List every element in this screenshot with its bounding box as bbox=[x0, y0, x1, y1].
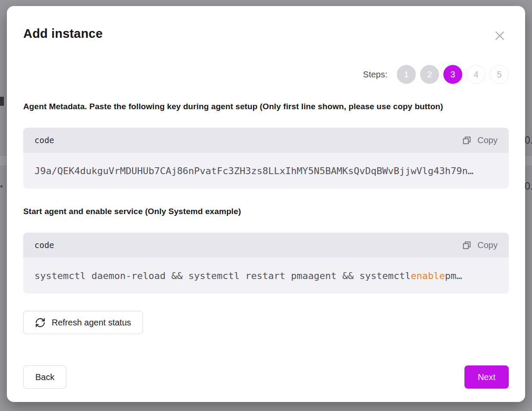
step-1: 1 bbox=[397, 65, 416, 84]
copy-button-label: Copy bbox=[477, 240, 498, 250]
modal-footer: Back Next bbox=[23, 365, 509, 389]
code-block-header: code Copy bbox=[23, 233, 509, 258]
step-2: 2 bbox=[420, 65, 439, 84]
start-agent-code-block: code Copy systemctl daemon-reload && sys… bbox=[23, 233, 509, 294]
agent-key-code: J9a/QEK4dukguVrMDUHUb7CAj86nPvatFc3ZH3zs… bbox=[23, 153, 509, 189]
step-3: 3 bbox=[443, 65, 462, 84]
start-agent-code: systemctl daemon-reload && systemctl res… bbox=[23, 258, 509, 294]
step-5: 5 bbox=[490, 65, 509, 84]
copy-icon bbox=[461, 135, 472, 146]
next-button[interactable]: Next bbox=[464, 365, 509, 389]
background-fragment bbox=[0, 185, 3, 187]
close-icon[interactable] bbox=[492, 28, 508, 44]
copy-button-label: Copy bbox=[477, 135, 498, 145]
command-text: systemctl daemon-reload && systemctl res… bbox=[34, 270, 411, 281]
agent-key-code-block: code Copy J9a/QEK4dukguVrMDUHUb7CAj86nPv… bbox=[23, 128, 509, 189]
add-instance-modal: Add instance Steps: 1 2 3 4 5 Agent Meta… bbox=[7, 6, 525, 402]
background-fragment bbox=[0, 97, 4, 106]
command-highlight: enable bbox=[411, 270, 445, 281]
refresh-button-label: Refresh agent status bbox=[52, 318, 131, 328]
agent-key-text: J9a/QEK4dukguVrMDUHUb7CAj86nPvatFc3ZH3zs… bbox=[34, 166, 473, 176]
steps-label: Steps: bbox=[363, 70, 387, 80]
copy-button[interactable]: Copy bbox=[461, 135, 498, 146]
copy-button[interactable]: Copy bbox=[461, 240, 498, 251]
background-fragment: 0.2 bbox=[525, 181, 532, 192]
background-fragment: 0.2 bbox=[525, 135, 532, 146]
start-agent-heading: Start agent and enable service (Only Sys… bbox=[23, 206, 509, 217]
refresh-icon bbox=[35, 317, 46, 328]
agent-metadata-heading: Agent Metadata. Paste the following key … bbox=[23, 101, 509, 112]
step-4: 4 bbox=[467, 65, 486, 84]
command-text: pm… bbox=[445, 270, 462, 281]
page-title: Add instance bbox=[23, 27, 103, 41]
copy-icon bbox=[461, 240, 472, 251]
code-language-label: code bbox=[34, 240, 54, 250]
modal-header: Add instance bbox=[23, 27, 509, 44]
code-block-header: code Copy bbox=[23, 128, 509, 153]
refresh-agent-status-button[interactable]: Refresh agent status bbox=[23, 311, 143, 334]
back-button[interactable]: Back bbox=[23, 365, 66, 389]
code-language-label: code bbox=[34, 135, 54, 145]
steps-indicator: Steps: 1 2 3 4 5 bbox=[23, 65, 509, 84]
